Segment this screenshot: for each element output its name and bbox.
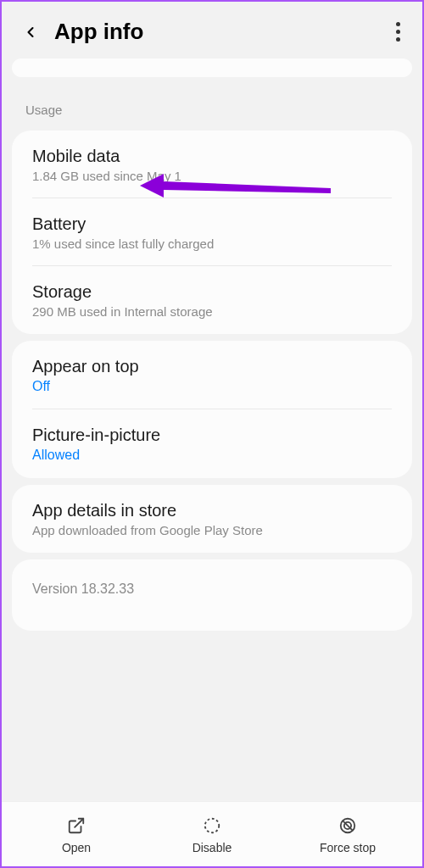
svg-line-0 bbox=[75, 819, 83, 827]
chevron-left-icon bbox=[22, 24, 39, 41]
usage-card: Mobile data 1.84 GB used since May 1 Bat… bbox=[12, 131, 412, 334]
bottom-action-bar: Open Disable Force stop bbox=[2, 801, 422, 866]
item-subtitle: Off bbox=[32, 379, 392, 394]
storage-item[interactable]: Storage 290 MB used in Internal storage bbox=[12, 266, 412, 334]
open-icon bbox=[66, 815, 86, 836]
svg-point-1 bbox=[205, 819, 220, 833]
disable-label: Disable bbox=[192, 841, 232, 854]
item-subtitle: 1.84 GB used since May 1 bbox=[32, 169, 392, 183]
dot-icon bbox=[396, 22, 400, 26]
disable-button[interactable]: Disable bbox=[144, 815, 280, 854]
item-title: Appear on top bbox=[32, 357, 392, 376]
item-subtitle: App downloaded from Google Play Store bbox=[32, 523, 392, 537]
item-subtitle: Allowed bbox=[32, 448, 392, 463]
force-stop-label: Force stop bbox=[320, 841, 376, 854]
item-title: Storage bbox=[32, 282, 392, 302]
back-button[interactable] bbox=[22, 24, 39, 41]
force-stop-button[interactable]: Force stop bbox=[280, 815, 416, 854]
picture-in-picture-item[interactable]: Picture-in-picture Allowed bbox=[12, 409, 412, 478]
appear-on-top-item[interactable]: Appear on top Off bbox=[12, 341, 412, 409]
usage-section-label: Usage bbox=[2, 92, 422, 124]
item-title: Battery bbox=[32, 214, 392, 234]
item-title: Mobile data bbox=[32, 147, 392, 166]
item-subtitle: 290 MB used in Internal storage bbox=[32, 304, 392, 319]
dot-icon bbox=[396, 37, 400, 42]
version-card: Version 18.32.33 bbox=[12, 559, 412, 631]
dot-icon bbox=[396, 30, 400, 34]
open-label: Open bbox=[62, 841, 91, 854]
version-text: Version 18.32.33 bbox=[32, 581, 392, 597]
disable-icon bbox=[202, 815, 222, 836]
more-options-button[interactable] bbox=[396, 22, 400, 42]
header: App info bbox=[2, 2, 422, 58]
mobile-data-item[interactable]: Mobile data 1.84 GB used since May 1 bbox=[12, 131, 412, 198]
item-subtitle: 1% used since last fully charged bbox=[32, 236, 392, 251]
store-card: App details in store App downloaded from… bbox=[12, 485, 412, 553]
card-stub bbox=[12, 58, 412, 77]
open-button[interactable]: Open bbox=[8, 815, 144, 854]
overlay-card: Appear on top Off Picture-in-picture All… bbox=[12, 341, 412, 478]
force-stop-icon bbox=[338, 815, 358, 836]
battery-item[interactable]: Battery 1% used since last fully charged bbox=[12, 198, 412, 266]
page-title: App info bbox=[54, 19, 143, 45]
item-title: Picture-in-picture bbox=[32, 426, 392, 445]
item-title: App details in store bbox=[32, 501, 392, 520]
app-details-store-item[interactable]: App details in store App downloaded from… bbox=[12, 485, 412, 553]
